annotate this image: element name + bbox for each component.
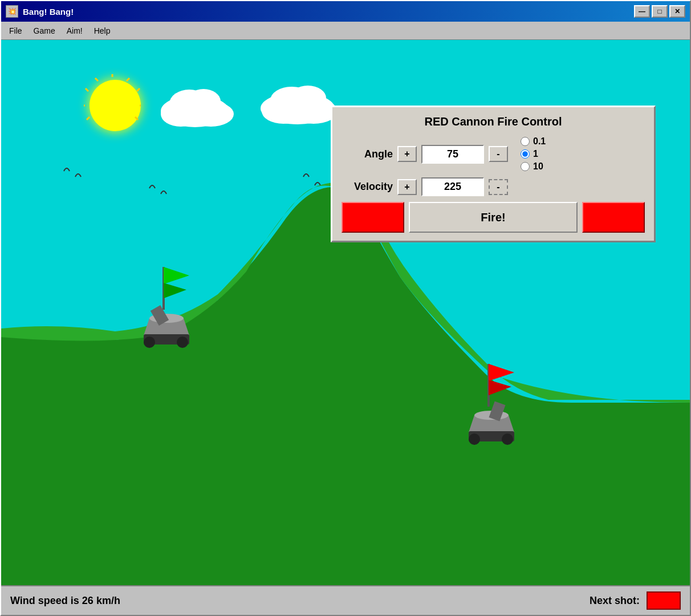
svg-point-35 (469, 433, 480, 445)
menu-game[interactable]: Game (28, 24, 61, 38)
svg-point-36 (502, 433, 513, 445)
left-cannon (138, 261, 206, 352)
velocity-input[interactable] (421, 177, 484, 196)
minimize-button[interactable]: — (634, 5, 650, 18)
radio-input-10[interactable] (521, 162, 530, 171)
main-window: 💥 Bang! Bang! — □ ✕ File Game Aim! Help (0, 0, 691, 616)
angle-plus-button[interactable]: + (397, 146, 417, 162)
velocity-label: Velocity (342, 181, 393, 193)
maximize-button[interactable]: □ (652, 5, 668, 18)
radio-input-0.1[interactable] (521, 137, 530, 146)
wind-speed-text: Wind speed is 26 km/h (10, 595, 590, 607)
radio-10[interactable]: 10 (521, 161, 546, 172)
next-shot-color-indicator (647, 591, 681, 610)
menu-file[interactable]: File (3, 24, 28, 38)
angle-minus-button[interactable]: - (489, 146, 508, 162)
angle-row: Angle + - 0.1 1 10 (342, 136, 645, 172)
window-controls: — □ ✕ (634, 5, 685, 18)
close-button[interactable]: ✕ (669, 5, 685, 18)
game-area: RED Cannon Fire Control Angle + - 0.1 1 … (1, 40, 690, 585)
status-bar: Wind speed is 26 km/h Next shot: (1, 585, 690, 615)
app-icon: 💥 (6, 5, 18, 18)
radio-1[interactable]: 1 (521, 149, 546, 159)
right-cannon (463, 358, 531, 449)
fire-button[interactable]: Fire! (409, 202, 578, 233)
svg-point-27 (177, 337, 188, 348)
svg-marker-20 (164, 267, 189, 284)
left-red-button[interactable] (342, 202, 404, 233)
fire-control-panel: RED Cannon Fire Control Angle + - 0.1 1 … (331, 106, 656, 242)
window-title: Bang! Bang! (23, 7, 634, 17)
fire-buttons-row: Fire! (342, 202, 645, 233)
right-red-button[interactable] (582, 202, 645, 233)
svg-point-26 (144, 337, 155, 348)
fire-control-title: RED Cannon Fire Control (342, 115, 645, 128)
velocity-plus-button[interactable]: + (397, 179, 417, 195)
svg-marker-21 (164, 283, 186, 298)
title-bar: 💥 Bang! Bang! — □ ✕ (1, 1, 690, 22)
svg-marker-30 (489, 380, 511, 395)
next-shot-area: Next shot: (590, 591, 681, 610)
angle-input[interactable] (421, 145, 484, 164)
svg-marker-29 (489, 364, 514, 381)
angle-label: Angle (342, 148, 393, 160)
menu-bar: File Game Aim! Help (1, 22, 690, 40)
velocity-minus-button[interactable]: - (489, 179, 508, 195)
next-shot-label: Next shot: (590, 595, 640, 607)
menu-aim[interactable]: Aim! (61, 24, 88, 38)
radio-input-1[interactable] (521, 149, 530, 159)
radio-0.1[interactable]: 0.1 (521, 136, 546, 147)
increment-radio-group: 0.1 1 10 (521, 136, 546, 172)
velocity-row: Velocity + - (342, 177, 645, 196)
menu-help[interactable]: Help (88, 24, 116, 38)
